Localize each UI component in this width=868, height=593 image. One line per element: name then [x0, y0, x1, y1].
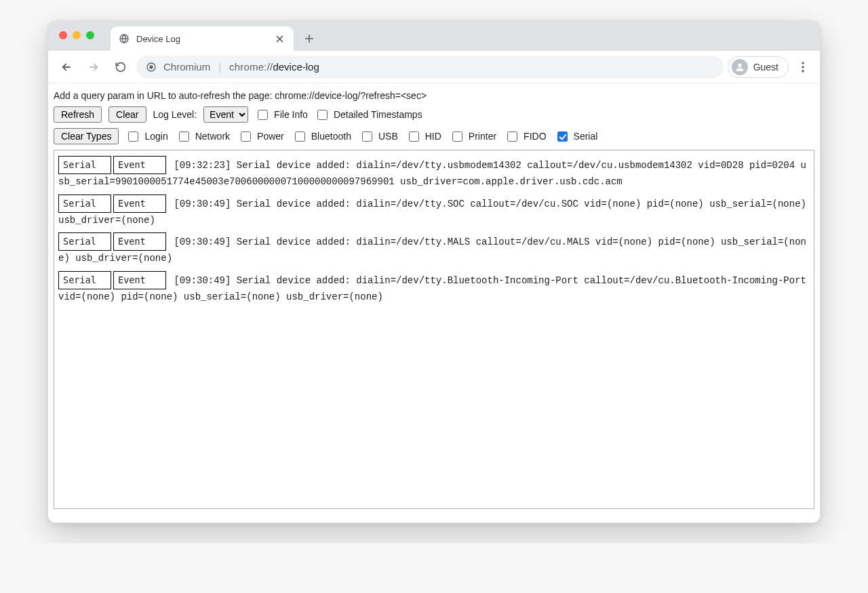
globe-icon [119, 33, 130, 44]
browser-tab[interactable]: Device Log [111, 26, 294, 51]
controls-row-2: Clear Types LoginNetworkPowerBluetoothUS… [54, 128, 814, 144]
site-info-icon[interactable] [146, 62, 157, 73]
log-level-select[interactable]: Event [203, 106, 248, 123]
new-tab-button[interactable] [299, 28, 319, 49]
site-name: Chromium [163, 61, 210, 73]
clear-button[interactable]: Clear [108, 106, 146, 123]
log-entry: SerialEvent [09:30:49] Serial device add… [58, 232, 810, 267]
back-button[interactable] [55, 56, 78, 79]
log-message: [09:30:49] Serial device added: dialin=/… [58, 275, 806, 302]
clear-types-button[interactable]: Clear Types [54, 128, 119, 144]
type-filter-bluetooth[interactable]: Bluetooth [292, 129, 351, 144]
log-area: SerialEvent [09:32:23] Serial device add… [54, 150, 814, 509]
svg-point-4 [738, 63, 741, 66]
forward-button[interactable] [82, 56, 105, 79]
log-message: [09:30:49] Serial device added: dialin=/… [58, 199, 806, 226]
type-filter-power-cb[interactable] [241, 131, 251, 142]
maximize-window-button[interactable] [86, 31, 94, 39]
browser-window: Device Log Chromium | chrome://device-lo… [47, 20, 821, 523]
log-tag: Serial [58, 232, 111, 251]
log-level: Event [113, 156, 166, 174]
type-filter-printer-cb[interactable] [452, 131, 462, 142]
log-tag: Serial [58, 156, 111, 174]
log-entry: SerialEvent [09:32:23] Serial device add… [58, 156, 810, 190]
window-controls [59, 31, 94, 39]
type-filter-fido[interactable]: FIDO [505, 129, 546, 144]
type-filter-bluetooth-cb[interactable] [295, 131, 305, 142]
log-tag: Serial [58, 195, 111, 213]
minimize-window-button[interactable] [73, 31, 81, 39]
log-message: [09:30:49] Serial device added: dialin=/… [58, 237, 806, 264]
log-level: Event [113, 195, 166, 213]
log-tag: Serial [58, 271, 111, 289]
type-filter-power[interactable]: Power [238, 129, 284, 144]
types-container: LoginNetworkPowerBluetoothUSBHIDPrinterF… [125, 129, 597, 144]
type-filter-serial[interactable]: Serial [555, 129, 598, 144]
svg-point-5 [802, 62, 804, 64]
tab-title: Device Log [136, 34, 180, 44]
type-filter-usb[interactable]: USB [359, 129, 398, 144]
svg-point-7 [802, 70, 804, 73]
browser-toolbar: Chromium | chrome://device-log Guest [48, 51, 820, 83]
tab-strip: Device Log [48, 21, 820, 51]
svg-point-6 [802, 66, 804, 68]
log-level: Event [113, 232, 166, 251]
svg-point-3 [149, 65, 153, 68]
log-entry: SerialEvent [09:30:49] Serial device add… [58, 195, 810, 229]
file-info-cb[interactable] [258, 110, 268, 120]
profile-button[interactable]: Guest [728, 56, 789, 78]
close-tab-button[interactable] [273, 33, 285, 45]
reload-button[interactable] [109, 56, 132, 79]
log-message: [09:32:23] Serial device added: dialin=/… [58, 160, 806, 187]
type-filter-hid[interactable]: HID [406, 129, 441, 144]
close-window-button[interactable] [59, 31, 67, 39]
avatar-icon [732, 59, 748, 75]
page-content: Add a query param in URL to auto-refresh… [48, 83, 820, 523]
type-filter-network-cb[interactable] [179, 131, 189, 142]
type-filter-usb-cb[interactable] [362, 131, 372, 142]
menu-button[interactable] [793, 57, 813, 77]
detailed-timestamps-cb[interactable] [317, 110, 328, 120]
type-filter-printer[interactable]: Printer [450, 129, 496, 144]
url-display: chrome://device-log [229, 61, 319, 73]
type-filter-login-cb[interactable] [128, 131, 138, 142]
controls-row-1: Refresh Clear Log Level: Event File Info… [54, 106, 814, 123]
log-level-label: Log Level: [153, 109, 197, 120]
file-info-checkbox[interactable]: File Info [255, 108, 308, 122]
type-filter-serial-cb[interactable] [557, 131, 568, 142]
type-filter-network[interactable]: Network [176, 129, 230, 144]
type-filter-fido-cb[interactable] [507, 131, 517, 142]
type-filter-login[interactable]: Login [125, 129, 167, 144]
log-entry: SerialEvent [09:30:49] Serial device add… [58, 271, 810, 306]
address-bar[interactable]: Chromium | chrome://device-log [136, 56, 724, 79]
detailed-timestamps-checkbox[interactable]: Detailed Timestamps [315, 108, 422, 122]
refresh-hint: Add a query param in URL to auto-refresh… [54, 87, 814, 106]
omnibox-divider: | [218, 61, 221, 73]
type-filter-hid-cb[interactable] [409, 131, 419, 142]
refresh-button[interactable]: Refresh [54, 106, 102, 123]
profile-label: Guest [753, 62, 778, 73]
log-level: Event [113, 271, 166, 289]
